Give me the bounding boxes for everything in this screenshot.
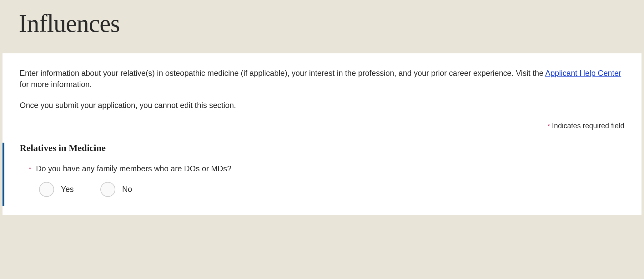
radio-icon [39, 182, 54, 197]
required-note-text: Indicates required field [550, 122, 624, 130]
question-text: Do you have any family members who are D… [36, 164, 231, 173]
radio-option-no[interactable]: No [100, 182, 132, 197]
page-title: Influences [19, 9, 625, 38]
help-center-link[interactable]: Applicant Help Center [545, 69, 621, 77]
required-star-icon: * [28, 166, 32, 172]
intro-paragraph: Enter information about your relative(s)… [20, 67, 624, 90]
radio-option-yes[interactable]: Yes [39, 182, 74, 197]
section-heading: Relatives in Medicine [20, 143, 624, 153]
radio-icon [100, 182, 115, 197]
submit-note: Once you submit your application, you ca… [20, 100, 624, 111]
radio-label-yes: Yes [61, 185, 74, 194]
intro-text-after: for more information. [20, 80, 92, 89]
relatives-section: Relatives in Medicine * Do you have any … [3, 143, 624, 206]
radio-label-no: No [122, 185, 132, 194]
question-row: * Do you have any family members who are… [20, 164, 624, 173]
content-card: Enter information about your relative(s)… [3, 53, 641, 215]
radio-group: Yes No [20, 182, 624, 206]
required-field-note: * Indicates required field [20, 122, 624, 130]
intro-text-before: Enter information about your relative(s)… [20, 69, 545, 77]
page-header: Influences [0, 0, 644, 53]
